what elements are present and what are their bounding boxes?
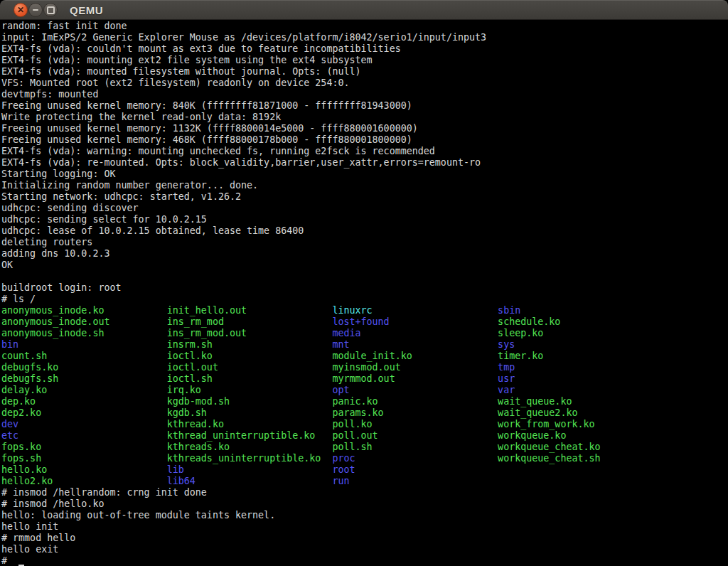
ls-row: anonymous_inode.ko init_hello.out linuxr… bbox=[1, 305, 728, 316]
console-line: EXT4-fs (vda): mounted filesystem withou… bbox=[1, 66, 728, 78]
ls-entry: myrmmod.out bbox=[332, 373, 498, 384]
console-line: hello exit bbox=[1, 544, 728, 555]
console-line: Starting logging: OK bbox=[1, 169, 728, 180]
prompt-line: # bbox=[1, 555, 728, 566]
ls-entry: var bbox=[498, 385, 515, 395]
console-line: # ls / bbox=[1, 294, 728, 305]
ls-entry: schedule.ko bbox=[498, 316, 560, 327]
ls-entry: panic.ko bbox=[332, 396, 498, 407]
ls-entry: lost+found bbox=[332, 316, 498, 327]
ls-row: delay.ko irq.ko opt var bbox=[1, 385, 728, 396]
ls-entry: kthreads.ko bbox=[167, 442, 333, 452]
ls-entry: count.sh bbox=[1, 351, 167, 361]
ls-row: dep.ko kgdb-mod.sh panic.ko wait_queue.k… bbox=[1, 396, 728, 407]
ls-entry: run bbox=[332, 476, 349, 486]
ls-row: debugfs.ko ioctl.out myinsmod.out tmp bbox=[1, 362, 728, 373]
minimize-icon bbox=[33, 9, 38, 11]
ls-row: anonymous_inode.sh ins_rm_mod.out media … bbox=[1, 328, 728, 339]
ls-entry: mnt bbox=[332, 339, 498, 350]
ls-entry: workqueue_cheat.sh bbox=[498, 453, 600, 464]
console-line: EXT4-fs (vda): mounting ext2 file system… bbox=[1, 55, 728, 66]
ls-entry: anonymous_inode.ko bbox=[1, 305, 167, 316]
console-line: EXT4-fs (vda): re-mounted. Opts: block_v… bbox=[1, 157, 728, 169]
console-line: buildroot login: root bbox=[1, 282, 728, 294]
ls-row: etc kthread_uninterruptible.ko poll.out … bbox=[1, 430, 728, 442]
ls-entry: sbin bbox=[498, 305, 520, 316]
ls-entry: irq.ko bbox=[167, 385, 333, 395]
console-line: OK bbox=[1, 260, 728, 271]
ls-entry: timer.ko bbox=[498, 351, 543, 361]
ls-entry: dep2.ko bbox=[1, 407, 167, 418]
console-line: EXT4-fs (vda): warning: mounting uncheck… bbox=[1, 146, 728, 157]
ls-entry: kthread.ko bbox=[167, 419, 333, 429]
ls-entry: sleep.ko bbox=[498, 328, 543, 338]
console-line bbox=[1, 271, 728, 282]
console-line: EXT4-fs (vda): couldn't mount as ext3 du… bbox=[1, 43, 728, 55]
ls-entry: anonymous_inode.sh bbox=[1, 328, 167, 338]
ls-entry: ins_rm_mod bbox=[167, 316, 333, 327]
ls-row: anonymous_inode.out ins_rm_mod lost+foun… bbox=[1, 316, 728, 328]
ls-row: hello.ko lib root bbox=[1, 464, 728, 476]
minimize-button[interactable] bbox=[28, 3, 43, 17]
console-line: udhcpc: sending discover bbox=[1, 203, 728, 214]
ls-entry: work_from_work.ko bbox=[498, 419, 594, 429]
console-line: Write protecting the kernel read-only da… bbox=[1, 112, 728, 123]
ls-row: fops.sh kthreads_uninterruptible.ko proc… bbox=[1, 453, 728, 464]
console-line: Freeing unused kernel memory: 1132K (fff… bbox=[1, 123, 728, 134]
console-line: udhcpc: lease of 10.0.2.15 obtained, lea… bbox=[1, 225, 728, 237]
ls-entry: poll.ko bbox=[332, 419, 498, 429]
ls-entry: etc bbox=[1, 430, 167, 441]
ls-entry: poll.sh bbox=[332, 442, 498, 452]
console-line: VFS: Mounted root (ext2 filesystem) read… bbox=[1, 78, 728, 89]
console-line: Freeing unused kernel memory: 468K (ffff… bbox=[1, 134, 728, 146]
close-button[interactable]: ✕ bbox=[14, 3, 28, 17]
ls-entry: hello2.ko bbox=[1, 476, 167, 486]
ls-entry: ins_rm_mod.out bbox=[167, 328, 333, 338]
console-line: hello: loading out-of-tree module taints… bbox=[1, 510, 728, 521]
ls-entry: bin bbox=[1, 339, 167, 350]
ls-entry: delay.ko bbox=[1, 385, 167, 395]
ls-entry: kthread_uninterruptible.ko bbox=[167, 430, 333, 441]
ls-row: bin insrm.sh mnt sys bbox=[1, 339, 728, 351]
console-line: # rmmod hello bbox=[1, 533, 728, 544]
window-titlebar[interactable]: ✕ QEMU bbox=[0, 0, 728, 20]
console-line: adding dns 10.0.2.3 bbox=[1, 248, 728, 260]
maximize-button[interactable] bbox=[43, 3, 58, 17]
console-line: Freeing unused kernel memory: 840K (ffff… bbox=[1, 100, 728, 112]
console-line: hello init bbox=[1, 521, 728, 533]
ls-entry: sys bbox=[498, 339, 515, 350]
ls-row: count.sh ioctl.ko module_init.ko timer.k… bbox=[1, 351, 728, 362]
ls-row: dep2.ko kgdb.sh params.ko wait_queue2.ko bbox=[1, 407, 728, 419]
ls-entry: hello.ko bbox=[1, 464, 167, 475]
ls-entry: lib64 bbox=[167, 476, 333, 486]
terminal-screen[interactable]: random: fast init doneinput: ImExPS/2 Ge… bbox=[0, 20, 728, 566]
console-line: # insmod /hellrandom: crng init done bbox=[1, 487, 728, 498]
ls-row: dev kthread.ko poll.ko work_from_work.ko bbox=[1, 419, 728, 430]
console-line: Starting network: udhcpc: started, v1.26… bbox=[1, 191, 728, 203]
ls-entry: ioctl.sh bbox=[167, 373, 333, 384]
console-line: # insmod /hello.ko bbox=[1, 498, 728, 510]
console-line: Initializing random number generator... … bbox=[1, 180, 728, 191]
ls-entry: fops.sh bbox=[1, 453, 167, 464]
ls-entry: init_hello.out bbox=[167, 305, 333, 316]
maximize-icon bbox=[47, 6, 55, 14]
ls-row: fops.ko kthreads.ko poll.sh workqueue_ch… bbox=[1, 442, 728, 453]
window-title: QEMU bbox=[70, 4, 103, 16]
close-icon: ✕ bbox=[17, 6, 24, 14]
ls-entry: myinsmod.out bbox=[332, 362, 498, 373]
ls-entry: wait_queue2.ko bbox=[498, 407, 577, 418]
ls-entry: insrm.sh bbox=[167, 339, 333, 350]
ls-entry: module_init.ko bbox=[332, 351, 498, 361]
ls-entry: anonymous_inode.out bbox=[1, 316, 167, 327]
ls-entry: dep.ko bbox=[1, 396, 167, 407]
ls-entry: dev bbox=[1, 419, 167, 429]
ls-entry: wait_queue.ko bbox=[498, 396, 572, 407]
console-line: udhcpc: sending select for 10.0.2.15 bbox=[1, 214, 728, 225]
ls-entry: tmp bbox=[498, 362, 515, 373]
console-line: random: fast init done bbox=[1, 21, 728, 32]
ls-entry: workqueue_cheat.ko bbox=[498, 442, 600, 452]
ls-entry: ioctl.ko bbox=[167, 351, 333, 361]
ls-entry: kgdb.sh bbox=[167, 407, 333, 418]
ls-entry: usr bbox=[498, 373, 515, 384]
ls-entry: params.ko bbox=[332, 407, 498, 418]
